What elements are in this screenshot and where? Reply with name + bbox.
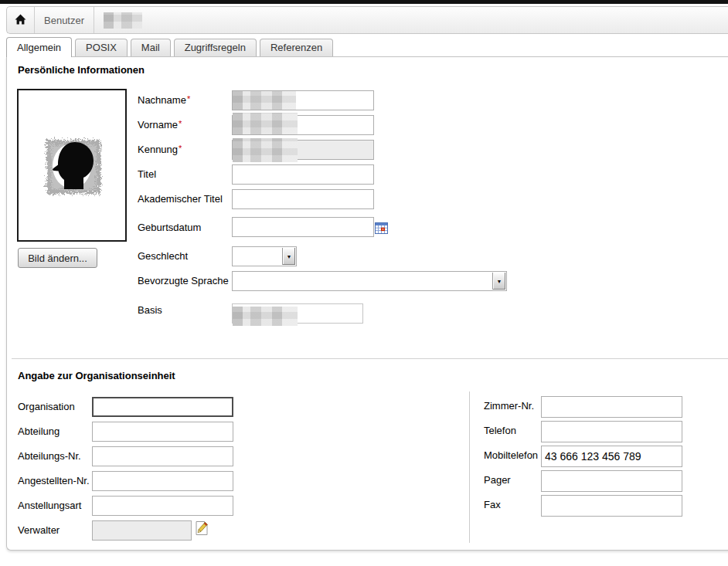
chevron-down-icon[interactable]: ▼ <box>282 248 295 265</box>
label-kennung: Kennung* <box>138 144 182 155</box>
mobiltelefon-input[interactable] <box>541 446 682 467</box>
verwalter-input <box>92 520 192 541</box>
breadcrumb-home[interactable] <box>7 7 35 33</box>
breadcrumb: Benutzer <box>6 6 728 34</box>
section-title-organization: Angabe zur Organisationseinheit <box>18 370 175 381</box>
label-geburtsdatum: Geburtsdatum <box>138 222 201 233</box>
top-black-bar <box>0 0 728 4</box>
breadcrumb-item-benutzer[interactable]: Benutzer <box>35 7 94 33</box>
required-marker: * <box>179 144 182 153</box>
tab-bar: Allgemein POSIX Mail Zugriffsregeln Refe… <box>6 37 336 57</box>
default-silhouette-image <box>36 130 107 201</box>
column-divider <box>469 391 470 543</box>
breadcrumb-label: Benutzer <box>44 15 84 26</box>
required-marker: * <box>179 119 182 128</box>
chevron-down-icon[interactable]: ▼ <box>492 273 505 290</box>
section-title-personal: Persönliche Informationen <box>18 64 145 76</box>
telefon-input[interactable] <box>541 421 682 442</box>
required-marker: * <box>187 94 190 103</box>
label-abteilungs-nr: Abteilungs-Nr. <box>18 450 81 462</box>
user-photo <box>17 89 127 242</box>
redacted-basis-value <box>233 307 298 326</box>
label-angestellten-nr: Angestellten-Nr. <box>18 475 90 486</box>
tab-posix[interactable]: POSIX <box>75 39 128 56</box>
bevorzugte-sprache-select[interactable]: ▼ <box>232 271 507 291</box>
titel-input[interactable] <box>232 164 374 185</box>
label-akademischer-titel: Akademischer Titel <box>138 193 223 205</box>
change-photo-button[interactable]: Bild ändern... <box>18 248 97 268</box>
tab-zugriffsregeln[interactable]: Zugriffsregeln <box>174 39 257 56</box>
label-basis: Basis <box>138 304 162 316</box>
label-fax: Fax <box>484 499 501 510</box>
label-verwalter: Verwalter <box>18 524 60 536</box>
label-pager: Pager <box>484 474 511 486</box>
redacted-user-name <box>104 12 142 29</box>
section-divider <box>12 358 728 359</box>
label-mobiltelefon: Mobiltelefon <box>484 449 538 461</box>
geburtsdatum-input[interactable] <box>232 217 374 237</box>
label-telefon: Telefon <box>484 425 516 436</box>
label-nachname: Nachname* <box>138 94 190 106</box>
pencil-icon[interactable] <box>195 520 209 536</box>
label-vorname: Vorname* <box>138 119 182 130</box>
abteilung-input[interactable] <box>92 422 233 442</box>
angestellten-nr-input[interactable] <box>92 471 233 491</box>
tab-referenzen[interactable]: Referenzen <box>260 39 333 56</box>
tab-allgemein[interactable]: Allgemein <box>6 37 72 57</box>
anstellungsart-input[interactable] <box>92 496 233 516</box>
label-zimmer-nr: Zimmer-Nr. <box>484 400 534 412</box>
zimmer-nr-input[interactable] <box>541 396 682 418</box>
label-abteilung: Abteilung <box>18 425 60 437</box>
redacted-nachname-value <box>233 91 296 110</box>
label-organisation: Organisation <box>18 401 75 412</box>
organisation-input[interactable] <box>92 397 233 417</box>
akademischer-titel-input[interactable] <box>232 189 374 209</box>
fax-input[interactable] <box>541 495 682 517</box>
redacted-vorname-value <box>233 113 298 134</box>
tab-mail[interactable]: Mail <box>131 39 171 56</box>
home-icon <box>14 13 27 28</box>
label-bevorzugte-sprache: Bevorzugte Sprache <box>138 275 229 286</box>
label-anstellungsart: Anstellungsart <box>18 500 81 511</box>
label-geschlecht: Geschlecht <box>138 250 188 262</box>
pager-input[interactable] <box>541 470 682 492</box>
redacted-kennung-value <box>233 138 298 162</box>
geschlecht-select[interactable]: ▼ <box>232 246 297 266</box>
abteilungs-nr-input[interactable] <box>92 446 233 466</box>
calendar-icon[interactable] <box>375 222 388 234</box>
breadcrumb-item-user <box>94 7 151 33</box>
label-titel: Titel <box>138 168 156 180</box>
